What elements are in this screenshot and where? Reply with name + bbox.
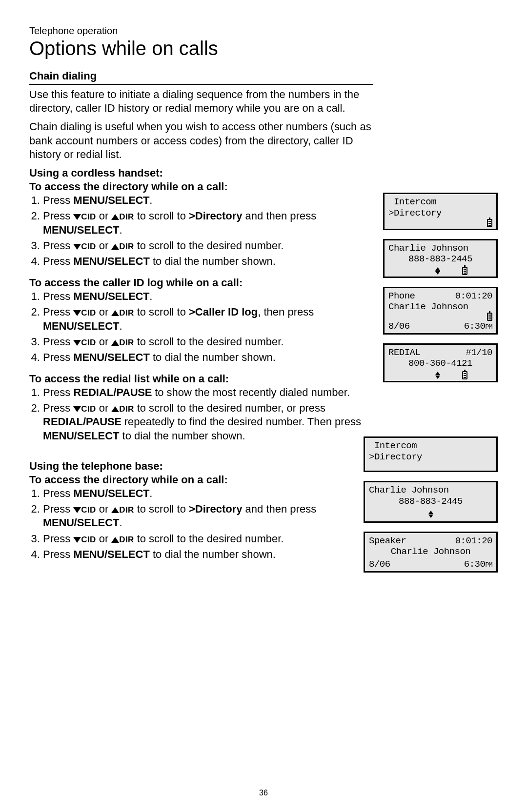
lcd-date: 8/06 (388, 321, 410, 332)
lcd-index: #1/10 (466, 347, 492, 358)
step: Press MENU/SELECT to dial the number sho… (43, 255, 373, 268)
base-directory-steps: Press MENU/SELECT. Press CID or DIR to s… (29, 487, 373, 561)
up-arrow-icon (111, 310, 119, 316)
lcd-duration: 0:01:20 (455, 291, 492, 301)
lcd-label: REDIAL (388, 347, 420, 358)
page-title: Options while on calls (29, 38, 498, 59)
down-arrow-icon (73, 507, 81, 513)
redial-steps: Press REDIAL/PAUSE to show the most rece… (29, 386, 373, 443)
step: Press CID or DIR to scroll to the desire… (43, 335, 373, 349)
battery-icon (462, 371, 467, 379)
down-arrow-icon (73, 406, 81, 412)
battery-icon (462, 267, 467, 275)
lcd-pm: PM (485, 561, 492, 569)
lcd-line: Intercom (369, 440, 492, 452)
directory-steps: Press MENU/SELECT. Press CID or DIR to s… (29, 194, 373, 268)
up-arrow-icon (111, 244, 119, 250)
step: Press MENU/SELECT. (43, 290, 373, 303)
lcd-screen-call: Phone0:01:20 Charlie Johnson 8/066:30PM (383, 287, 498, 335)
page-number: 36 (0, 789, 527, 797)
chain-dialing-heading: Chain dialing (29, 69, 373, 85)
lcd-line: 888-883-2445 (388, 254, 492, 265)
lcd-pm: PM (485, 323, 492, 331)
lcd-screen-base-call: Speaker0:01:20 Charlie Johnson 8/066:30P… (364, 532, 498, 573)
lcd-date: 8/06 (369, 559, 390, 570)
step: Press CID or DIR to scroll to the desire… (43, 239, 373, 253)
up-arrow-icon (111, 507, 119, 513)
battery-icon (487, 313, 492, 321)
handset-heading: Using a cordless handset: (29, 166, 373, 180)
step: Press MENU/SELECT to dial the number sho… (43, 351, 373, 364)
up-arrow-icon (111, 406, 119, 412)
step: Press CID or DIR to scroll to the desire… (43, 532, 373, 546)
redial-heading: To access the redial list while on a cal… (29, 372, 373, 386)
lcd-line: Charlie Johnson (369, 546, 492, 557)
lcd-screen-base-contact: Charlie Johnson 888-883-2445 (364, 481, 498, 523)
step: Press CID or DIR to scroll to >Caller ID… (43, 305, 373, 333)
step: Press MENU/SELECT to dial the number sho… (43, 548, 373, 561)
lcd-label: Phone (388, 291, 415, 301)
main-column: Chain dialing Use this feature to initia… (29, 69, 373, 573)
paragraph: Use this feature to initiate a dialing s… (29, 88, 373, 115)
up-arrow-icon (111, 537, 119, 543)
lcd-line: 800-360-4121 (388, 358, 492, 369)
directory-heading: To access the directory while on a call: (29, 180, 373, 194)
lcd-screen-contact: Charlie Johnson 888-883-2445 (383, 239, 498, 278)
side-column: Intercom >Directory Charlie Johnson 888-… (383, 69, 498, 573)
lcd-screen-menu: Intercom >Directory (383, 193, 498, 230)
base-directory-heading: To access the directory while on a call: (29, 473, 373, 487)
down-arrow-icon (73, 340, 81, 346)
lcd-line: >Directory (388, 208, 492, 219)
lcd-duration: 0:01:20 (455, 535, 492, 546)
step: Press CID or DIR to scroll to >Directory… (43, 502, 373, 530)
up-arrow-icon (111, 340, 119, 346)
callerid-heading: To access the caller ID log while on a c… (29, 276, 373, 290)
lcd-line: Charlie Johnson (388, 243, 492, 254)
step: Press CID or DIR to scroll to >Directory… (43, 209, 373, 237)
lcd-line: >Directory (369, 452, 492, 463)
updown-icon (428, 511, 433, 518)
down-arrow-icon (73, 244, 81, 250)
lcd-time: 6:30 (464, 321, 486, 332)
callerid-steps: Press MENU/SELECT. Press CID or DIR to s… (29, 290, 373, 364)
down-arrow-icon (73, 214, 81, 220)
base-heading: Using the telephone base: (29, 459, 373, 473)
lcd-label: Speaker (369, 535, 406, 546)
step: Press MENU/SELECT. (43, 194, 373, 207)
up-arrow-icon (111, 214, 119, 220)
section-bookmark: Telephone operation (29, 25, 498, 37)
lcd-line: 888-883-2445 (369, 496, 492, 507)
updown-icon (435, 267, 440, 275)
lcd-time: 6:30 (464, 559, 486, 570)
lcd-line: Intercom (388, 197, 492, 208)
down-arrow-icon (73, 310, 81, 316)
lcd-screen-base-menu: Intercom >Directory (364, 436, 498, 473)
step: Press REDIAL/PAUSE to show the most rece… (43, 386, 373, 399)
battery-icon (487, 219, 492, 227)
step: Press MENU/SELECT. (43, 487, 373, 500)
lcd-line: Charlie Johnson (369, 485, 492, 496)
lcd-screen-redial: REDIAL#1/10 800-360-4121 (383, 343, 498, 382)
down-arrow-icon (73, 537, 81, 543)
step: Press CID or DIR to scroll to the desire… (43, 401, 373, 442)
paragraph: Chain dialing is useful when you wish to… (29, 120, 373, 161)
updown-icon (435, 372, 440, 379)
lcd-line: Charlie Johnson (388, 301, 492, 313)
